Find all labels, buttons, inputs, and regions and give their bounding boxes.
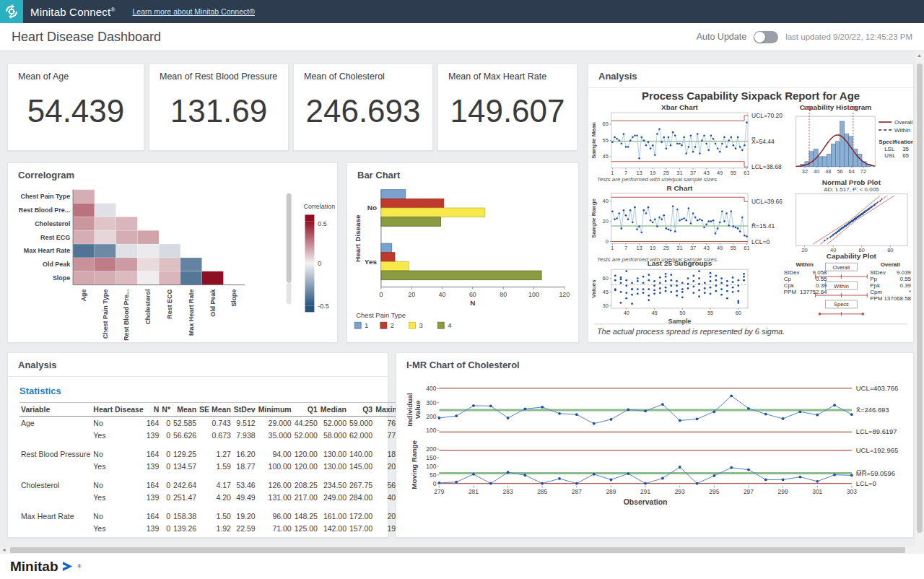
statistics-heading: Statistics bbox=[8, 377, 388, 399]
table-cell: Yes bbox=[92, 429, 144, 441]
column-header: N bbox=[145, 403, 161, 417]
scroll-up-arrow-icon[interactable]: ▲ bbox=[917, 53, 922, 58]
table-cell: 4.20 bbox=[198, 491, 232, 503]
table-cell: 0 bbox=[160, 479, 172, 491]
table-cell: 94.00 bbox=[257, 448, 293, 460]
table-cell: Max Heart Rate bbox=[19, 510, 92, 522]
table-cell: Yes bbox=[92, 491, 144, 503]
header-controls: Auto Update last updated 9/20/22, 12:45:… bbox=[697, 31, 912, 43]
table-cell: 0 bbox=[160, 510, 172, 522]
svg-text:19: 19 bbox=[650, 245, 655, 251]
table-cell: 71.00 bbox=[257, 522, 293, 534]
svg-text:9.039: 9.039 bbox=[897, 269, 911, 276]
svg-text:13: 13 bbox=[636, 245, 642, 251]
svg-text:Last 25 Subgroups: Last 25 Subgroups bbox=[648, 259, 712, 267]
kpi-value: 149.607 bbox=[438, 93, 577, 129]
kpi-card-cholesterol: Mean of Cholesterol 246.693 bbox=[293, 64, 433, 151]
svg-text:Process Capability Sixpack Rep: Process Capability Sixpack Report for Ag… bbox=[642, 90, 860, 102]
table-cell: 249.00 bbox=[319, 491, 348, 503]
svg-text:StDev: StDev bbox=[870, 269, 886, 276]
horizontal-scrollbar[interactable]: ◄ bbox=[0, 547, 924, 554]
column-header: StDev bbox=[232, 403, 257, 417]
table-cell: 139 bbox=[145, 522, 161, 534]
table-cell: 217.00 bbox=[293, 491, 319, 503]
table-cell: 0 bbox=[160, 417, 172, 430]
svg-text:AD: 1.517, P: < 0.005: AD: 1.517, P: < 0.005 bbox=[824, 186, 879, 193]
table-cell: 7.938 bbox=[232, 429, 257, 441]
svg-text:20: 20 bbox=[603, 218, 609, 225]
table-cell: 145.00 bbox=[348, 460, 374, 472]
vertical-scrollbar-thumb[interactable] bbox=[917, 64, 923, 533]
svg-text:40: 40 bbox=[603, 198, 609, 204]
table-cell: 130.00 bbox=[319, 460, 348, 472]
svg-text:293: 293 bbox=[675, 488, 685, 495]
svg-text:Tests are performed with unequ: Tests are performed with unequal sample … bbox=[597, 176, 718, 183]
svg-text:4: 4 bbox=[448, 321, 451, 329]
svg-text:200: 200 bbox=[426, 445, 436, 453]
svg-text:295: 295 bbox=[709, 488, 719, 495]
svg-text:31: 31 bbox=[676, 170, 682, 176]
svg-text:20: 20 bbox=[801, 247, 807, 253]
svg-text:45: 45 bbox=[651, 310, 657, 316]
svg-text:65: 65 bbox=[902, 152, 909, 159]
svg-text:61: 61 bbox=[744, 245, 749, 251]
table-cell: Yes bbox=[92, 522, 144, 534]
auto-update-toggle[interactable] bbox=[754, 31, 778, 43]
svg-text:Heart Disease: Heart Disease bbox=[354, 214, 362, 262]
table-cell: No bbox=[92, 510, 144, 522]
svg-text:Slope: Slope bbox=[230, 290, 237, 307]
svg-text:Sample Range: Sample Range bbox=[590, 198, 597, 238]
table-cell: 148.25 bbox=[293, 510, 319, 522]
svg-text:50: 50 bbox=[679, 310, 685, 316]
svg-text:1: 1 bbox=[611, 170, 614, 176]
table-cell: 0.743 bbox=[198, 417, 232, 430]
footer-brand-text: Minitab bbox=[10, 559, 58, 575]
table-cell: 0 bbox=[160, 491, 172, 503]
svg-text:40: 40 bbox=[439, 291, 446, 298]
vertical-scrollbar[interactable]: ▲ bbox=[915, 51, 924, 547]
svg-text:13: 13 bbox=[636, 170, 642, 176]
table-cell bbox=[19, 429, 92, 441]
table-cell: 1.59 bbox=[198, 460, 232, 472]
toggle-knob bbox=[754, 32, 765, 43]
table-row: Rest Blood PressureNo1640129.251.2716.20… bbox=[19, 448, 412, 460]
svg-text:Chest Pain Type: Chest Pain Type bbox=[102, 290, 109, 339]
table-cell: 130.00 bbox=[319, 448, 348, 460]
svg-text:287: 287 bbox=[572, 488, 582, 495]
svg-text:Slope: Slope bbox=[53, 274, 70, 282]
svg-text:Cp: Cp bbox=[784, 276, 792, 282]
svg-text:55: 55 bbox=[603, 137, 609, 144]
svg-text:60: 60 bbox=[603, 275, 609, 282]
svg-text:0: 0 bbox=[433, 480, 437, 487]
svg-text:LSL: LSL bbox=[804, 105, 815, 111]
table-cell: 164 bbox=[145, 417, 161, 430]
svg-text:The actual process spread is r: The actual process spread is represented… bbox=[597, 327, 785, 336]
scroll-left-arrow-icon[interactable]: ◄ bbox=[1, 547, 6, 554]
svg-text:X̄=246.693: X̄=246.693 bbox=[856, 406, 889, 414]
learn-more-link[interactable]: Learn more about Minitab Connect® bbox=[133, 7, 255, 16]
horizontal-scrollbar-thumb[interactable] bbox=[10, 547, 905, 553]
minitab-footer-logo: Minitab ® bbox=[10, 559, 82, 575]
kpi-value: 246.693 bbox=[294, 93, 432, 129]
svg-text:Old Peak: Old Peak bbox=[209, 290, 217, 317]
table-cell: 157.00 bbox=[348, 522, 374, 534]
table-cell: 134.57 bbox=[172, 460, 198, 472]
svg-text:120: 120 bbox=[559, 291, 570, 298]
minitab-connect-logo-icon bbox=[0, 0, 23, 23]
svg-text:Ppk: Ppk bbox=[870, 282, 880, 289]
footer-brand-mark: ® bbox=[78, 564, 82, 569]
svg-text:USL: USL bbox=[847, 105, 858, 111]
svg-text:Rest Blood Pre...: Rest Blood Pre... bbox=[19, 206, 70, 214]
table-cell: 1.27 bbox=[198, 448, 232, 460]
svg-text:Yes: Yes bbox=[365, 258, 378, 266]
svg-text:UCL=70.20: UCL=70.20 bbox=[751, 112, 783, 119]
svg-text:55: 55 bbox=[707, 310, 713, 316]
svg-text:R̄=15.41: R̄=15.41 bbox=[751, 222, 775, 230]
svg-text:Cpm: Cpm bbox=[870, 289, 882, 295]
svg-text:*: * bbox=[909, 289, 911, 295]
page: Minitab Connect® Learn more about Minita… bbox=[0, 0, 924, 579]
sync-gear-icon bbox=[4, 4, 19, 19]
table-cell: 131.00 bbox=[257, 491, 293, 503]
svg-text:UCL=39.66: UCL=39.66 bbox=[751, 198, 783, 205]
svg-text:UCL=192.965: UCL=192.965 bbox=[856, 446, 898, 454]
